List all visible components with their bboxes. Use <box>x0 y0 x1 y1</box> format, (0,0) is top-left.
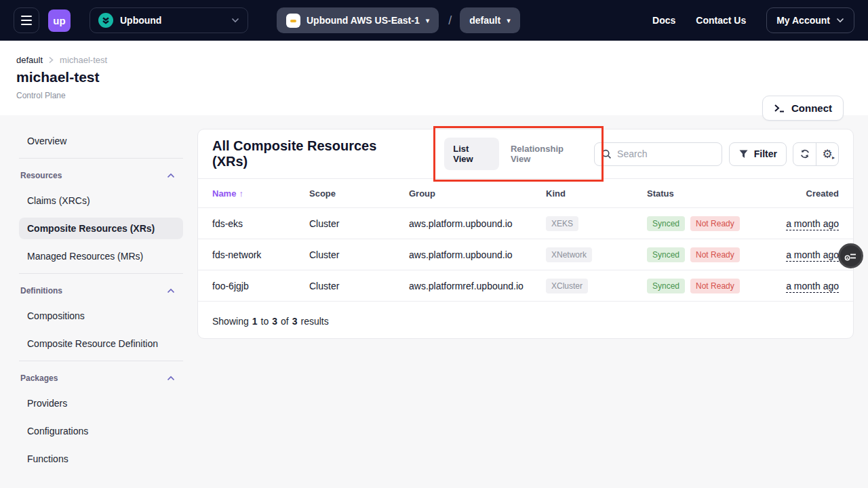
sidebar-section-resources[interactable]: Resources <box>19 168 183 183</box>
status-badge-synced: Synced <box>647 216 685 231</box>
summary-word-of: of <box>281 316 289 327</box>
connect-button-label: Connect <box>791 102 832 114</box>
created-timestamp[interactable]: a month ago <box>786 249 839 262</box>
column-header-created[interactable]: Created <box>806 188 839 199</box>
column-header-name[interactable]: Name ↑ <box>212 188 309 199</box>
sidebar-item-claims[interactable]: Claims (XRCs) <box>19 190 183 211</box>
sidebar-item-providers[interactable]: Providers <box>19 392 183 414</box>
summary-total: 3 <box>292 316 298 327</box>
created-timestamp[interactable]: a month ago <box>786 281 839 293</box>
play-icon: ▸ <box>832 155 835 161</box>
search-input[interactable] <box>617 148 712 159</box>
breadcrumb-parent[interactable]: default <box>16 55 43 65</box>
cell-group: aws.platformref.upbound.io <box>409 281 546 291</box>
filter-button[interactable]: Filter <box>729 142 787 166</box>
upbound-logo-text: up <box>53 15 65 26</box>
caret-down-icon: ▾ <box>426 16 430 25</box>
page-title: michael-test <box>16 69 100 85</box>
feedback-widget-button[interactable] <box>838 243 863 268</box>
organization-avatar-icon <box>98 13 113 28</box>
cell-scope: Cluster <box>309 218 409 229</box>
sidebar-section-definitions[interactable]: Definitions <box>19 283 183 298</box>
contact-us-link[interactable]: Contact Us <box>696 15 746 26</box>
search-box <box>594 142 722 166</box>
docs-link[interactable]: Docs <box>652 15 675 26</box>
page-subtitle: Control Plane <box>16 91 66 100</box>
relationship-view-tab[interactable]: Relationship View <box>502 138 593 170</box>
search-icon <box>601 149 612 159</box>
kind-badge: XNetwork <box>546 247 592 262</box>
status-badge-synced: Synced <box>647 279 685 293</box>
sidebar-section-title: Resources <box>20 171 62 180</box>
table-row[interactable]: fds-eks Cluster aws.platform.upbound.io … <box>198 207 853 239</box>
sidebar-divider <box>19 361 183 361</box>
kind-badge: XEKS <box>546 216 578 231</box>
cell-name: foo-6jgjb <box>212 281 309 291</box>
column-header-name-label: Name <box>212 188 236 199</box>
chevron-up-icon <box>167 288 175 293</box>
sidebar-item-composite-resources[interactable]: Composite Resources (XRs) <box>19 218 183 239</box>
cell-scope: Cluster <box>309 281 409 291</box>
column-header-status[interactable]: Status <box>647 188 773 199</box>
sort-ascending-icon: ↑ <box>239 188 243 199</box>
group-selector[interactable]: default ▾ <box>460 7 519 33</box>
status-badge-not-ready: Not Ready <box>690 247 740 262</box>
connect-button[interactable]: Connect <box>762 96 844 121</box>
created-timestamp[interactable]: a month ago <box>786 218 839 230</box>
chevron-down-icon <box>836 18 844 23</box>
filter-button-label: Filter <box>754 148 777 159</box>
sidebar-divider <box>19 273 183 274</box>
results-summary: Showing 1 to 3 of 3 results <box>198 301 853 340</box>
upbound-logo[interactable]: up <box>48 9 71 32</box>
sidebar-item-functions[interactable]: Functions <box>19 448 183 470</box>
sidebar-item-composite-resource-definition[interactable]: Composite Resource Definition <box>19 333 183 354</box>
summary-to: 3 <box>272 316 277 327</box>
organization-selector[interactable]: Upbound <box>90 7 248 33</box>
cell-name: fds-eks <box>212 218 309 229</box>
chevron-up-icon <box>167 375 175 381</box>
sidebar-item-managed-resources[interactable]: Managed Resources (MRs) <box>19 245 183 267</box>
refresh-button[interactable] <box>793 143 816 165</box>
my-account-button[interactable]: My Account <box>766 7 854 33</box>
auto-refresh-settings-button[interactable]: ⚙ ▸ <box>816 143 838 165</box>
cell-group: aws.platform.upbound.io <box>409 218 546 229</box>
summary-suffix: results <box>300 316 328 327</box>
table-row[interactable]: fds-network Cluster aws.platform.upbound… <box>198 239 853 270</box>
sidebar-item-compositions[interactable]: Compositions <box>19 305 183 327</box>
caret-down-icon: ▾ <box>507 16 511 25</box>
breadcrumb-current: michael-test <box>60 55 107 65</box>
control-plane-selector[interactable]: Upbound AWS US-East-1 ▾ <box>277 7 439 33</box>
chevron-down-icon <box>231 18 239 23</box>
composite-resources-panel: All Composite Resources (XRs) List View … <box>197 129 854 339</box>
filter-funnel-icon <box>738 149 749 159</box>
my-account-label: My Account <box>776 15 830 26</box>
summary-word-to: to <box>261 316 269 327</box>
sidebar-item-configurations[interactable]: Configurations <box>19 420 183 442</box>
summary-from: 1 <box>252 316 258 327</box>
status-badge-synced: Synced <box>647 247 685 262</box>
chevron-up-icon <box>167 173 175 178</box>
column-header-scope[interactable]: Scope <box>309 188 409 199</box>
sidebar-divider <box>19 158 183 159</box>
column-header-group[interactable]: Group <box>409 188 546 199</box>
table-row[interactable]: foo-6jgjb Cluster aws.platformref.upboun… <box>198 270 853 301</box>
summary-prefix: Showing <box>212 316 249 327</box>
cell-name: fds-network <box>212 249 309 260</box>
sidebar-section-title: Packages <box>20 373 58 383</box>
page-header: default michael-test michael-test Contro… <box>0 41 868 115</box>
column-header-kind[interactable]: Kind <box>546 188 647 199</box>
sidebar-section-packages[interactable]: Packages <box>19 371 183 386</box>
breadcrumb: default michael-test <box>16 55 107 65</box>
table-header-row: Name ↑ Scope Group Kind Status Created <box>198 178 853 207</box>
panel-header: All Composite Resources (XRs) List View … <box>198 129 853 178</box>
kind-badge: XCluster <box>546 279 588 293</box>
path-separator: / <box>448 14 452 28</box>
gear-icon: ⚙ <box>822 148 832 160</box>
top-navigation-bar: up Upbound Upbound AWS US-East-1 ▾ / def… <box>0 0 868 41</box>
view-toggle: List View Relationship View <box>443 135 594 173</box>
cell-group: aws.platform.upbound.io <box>409 249 546 260</box>
feedback-form-icon <box>844 249 858 263</box>
hamburger-menu-button[interactable] <box>14 7 39 33</box>
list-view-tab[interactable]: List View <box>444 138 499 170</box>
sidebar-item-overview[interactable]: Overview <box>19 130 183 152</box>
